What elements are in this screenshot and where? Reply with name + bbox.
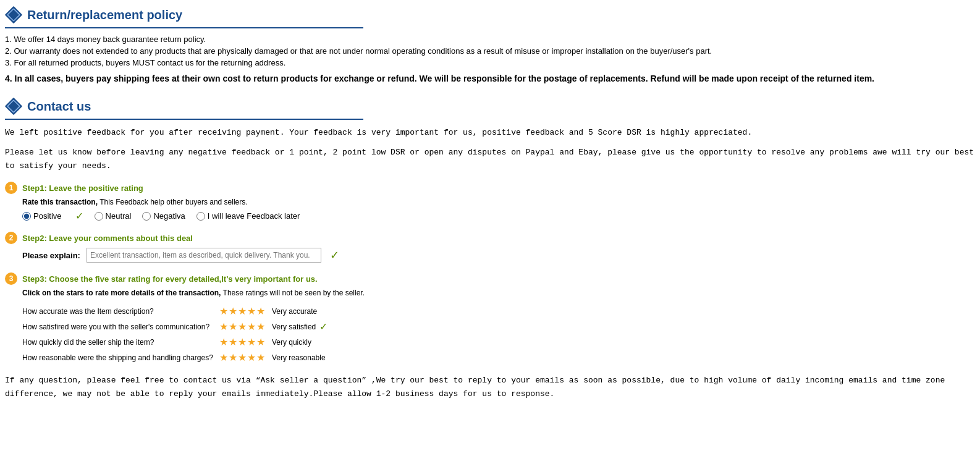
click-stars-label: Click on the stars to rate more details … <box>22 289 975 297</box>
step3-title: Step3: Choose the five star rating for e… <box>22 274 318 284</box>
radio-negativa[interactable]: Negativa <box>142 211 185 221</box>
rating-desc-1: Very accurate <box>272 303 334 319</box>
radio-later-input[interactable] <box>196 212 205 221</box>
rating-row-3: How quickly did the seller ship the item… <box>22 334 334 350</box>
rating-q1: How accurate was the Item description? <box>22 303 219 319</box>
explain-checkmark: ✓ <box>330 248 339 262</box>
explain-input[interactable] <box>87 248 321 263</box>
radio-group: Positive ✓ Neutral Negativa I will leave… <box>22 210 975 222</box>
return-divider <box>5 27 363 28</box>
rating-stars-4[interactable]: ★★★★★ <box>219 350 272 365</box>
radio-negativa-input[interactable] <box>142 212 151 221</box>
contact-intro2: Please let us know before leaving any ne… <box>5 146 975 173</box>
radio-positive-input[interactable] <box>22 212 31 221</box>
rate-transaction-label: Rate this transaction, This Feedback hel… <box>22 198 975 206</box>
rating-q3: How quickly did the seller ship the item… <box>22 334 219 350</box>
radio-neutral[interactable]: Neutral <box>95 211 132 221</box>
rating-q4: How reasonable were the shipping and han… <box>22 350 219 365</box>
explain-label: Please explain: <box>22 251 80 260</box>
ratings-table: How accurate was the Item description? ★… <box>22 303 334 365</box>
step2-header: 2 Step2: Leave your comments about this … <box>5 232 975 244</box>
rating-row-1: How accurate was the Item description? ★… <box>22 303 334 319</box>
policy-list: 1. We offer 14 days money back guarantee… <box>5 35 975 85</box>
step1-header: 1 Step1: Leave the positive rating <box>5 182 975 194</box>
return-title-row: Return/replacement policy <box>5 6 975 23</box>
rating-stars-1[interactable]: ★★★★★ <box>219 303 272 319</box>
rating-desc-2: Very satisfied ✓ <box>272 319 334 334</box>
contact-title: Contact us <box>27 99 91 114</box>
rating-stars-2[interactable]: ★★★★★ <box>219 319 272 334</box>
policy-item-2: 2. Our warranty does not extended to any… <box>5 46 975 56</box>
contact-divider <box>5 119 363 120</box>
bottom-text: If any question, please feel free to con… <box>5 374 975 401</box>
contact-section: Contact us We left positive feedback for… <box>5 98 975 401</box>
rating-desc-3: Very quickly <box>272 334 334 350</box>
policy-item-1: 1. We offer 14 days money back guarantee… <box>5 35 975 44</box>
rating-q2: How satisfired were you with the seller'… <box>22 319 219 334</box>
step3-num: 3 <box>5 272 17 285</box>
contact-intro1: We left positive feedback for you after … <box>5 126 975 140</box>
return-section: Return/replacement policy 1. We offer 14… <box>5 6 975 85</box>
rating-stars-3[interactable]: ★★★★★ <box>219 334 272 350</box>
step3-header: 3 Step3: Choose the five star rating for… <box>5 272 975 285</box>
radio-neutral-input[interactable] <box>95 212 103 221</box>
step2-title: Step2: Leave your comments about this de… <box>22 234 193 243</box>
step1-title: Step1: Leave the positive rating <box>22 184 143 193</box>
policy-item-3: 3. For all returned products, buyers MUS… <box>5 58 975 67</box>
satisfied-checkmark: ✓ <box>319 321 327 332</box>
return-title: Return/replacement policy <box>27 8 182 22</box>
positive-checkmark: ✓ <box>75 210 83 222</box>
step2-num: 2 <box>5 232 17 244</box>
rating-row-2: How satisfired were you with the seller'… <box>22 319 334 334</box>
contact-title-row: Contact us <box>5 98 975 115</box>
radio-later[interactable]: I will leave Feedback later <box>196 211 300 221</box>
radio-positive[interactable]: Positive <box>22 211 62 221</box>
rating-desc-4: Very reasonable <box>272 350 334 365</box>
contact-diamond-icon <box>5 98 22 115</box>
rating-row-4: How reasonable were the shipping and han… <box>22 350 334 365</box>
policy-item-4: 4. In all cases, buyers pay shipping fee… <box>5 72 975 85</box>
diamond-icon <box>5 6 22 23</box>
explain-row: Please explain: ✓ <box>22 248 975 263</box>
step1-num: 1 <box>5 182 17 194</box>
